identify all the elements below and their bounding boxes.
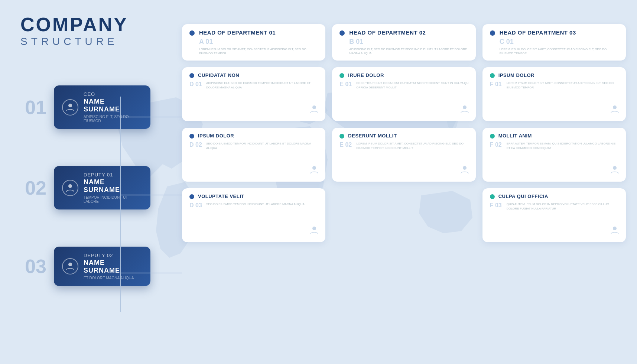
sub-card-text-f03: QUIS AUTEM IPSUM DOLOR IN REPRO VOLUPTAT… xyxy=(507,202,620,237)
deputy01-role: Deputy 01 xyxy=(84,172,142,178)
deputy02-name: NAME SURNAME xyxy=(84,259,142,274)
ceo-role: CEO xyxy=(84,91,142,97)
sub-card-code-d02: D 02 xyxy=(189,142,202,176)
ceo-name: NAME SURNAME xyxy=(84,98,142,113)
sub-card-d01: CUPIDATAT NON D 01 ADIPISCING ELT, SEO D… xyxy=(182,67,325,121)
dept-header-content-03: Head of Department 03 C 01 LOREM IPSUM D… xyxy=(500,29,620,55)
svg-point-13 xyxy=(613,166,617,170)
svg-point-11 xyxy=(312,166,316,170)
dept-header-card-01: Head of Department 01 A 01 LOREM IPSUM D… xyxy=(182,24,325,61)
sub-cards-row-2: IPSUM DOLOR D 02 SEO DO EIUSMOD TEMPOR I… xyxy=(182,128,626,182)
sub-card-body-d03: D 03 SEO DO EIUSMOD TEMPOR INCIDIDUNT UT… xyxy=(189,202,319,237)
dept-header-content-02: Head of Department 02 B 01 ADIPISCING EL… xyxy=(349,29,469,55)
person-card-ceo: CEO NAME SURNAME ADIPISCING ELT, SEO DO … xyxy=(54,85,150,129)
sub-card-dot-f03 xyxy=(490,194,495,199)
sub-card-code-e02: E 02 xyxy=(339,142,352,176)
dept-header-text-03: LOREM IPSUM DOLOR SIT AMET, CONSECTETUR … xyxy=(500,47,620,55)
sub-card-dot-e01 xyxy=(339,73,344,78)
sub-card-f03-header: CULPA QUI OFFICIA xyxy=(490,194,620,199)
title-company: COMPANY xyxy=(20,15,128,34)
sub-card-text-f02: ERPA AUTEM TEMPOR SEMAM, QUIS EXERCITATI… xyxy=(507,142,620,176)
right-section: Head of Department 01 A 01 LOREM IPSUM D… xyxy=(182,24,626,249)
sub-card-title-e02: DESERUNT MOLLIT xyxy=(348,133,397,139)
ceo-info: CEO NAME SURNAME ADIPISCING ELT, SEO DO … xyxy=(84,91,142,123)
sub-card-code-d01: D 01 xyxy=(189,81,202,116)
sub-card-f03: CULPA QUI OFFICIA F 03 QUIS AUTEM IPSUM … xyxy=(482,188,626,242)
deputy02-avatar xyxy=(62,258,78,274)
sub-card-code-f02: F 02 xyxy=(490,142,503,176)
sub-card-text-f01: LOREM IPSUM DOLOR SIT AMET, CONSECTETUR … xyxy=(507,81,620,116)
person-card-deputy01: Deputy 01 NAME SURNAME TEMPOR INCIDIDUNT… xyxy=(54,166,150,209)
sub-card-e02: DESERUNT MOLLIT E 02 LOREM IPSUM DOLOR S… xyxy=(332,128,475,182)
svg-point-6 xyxy=(68,184,72,188)
sub-card-d02-header: IPSUM DOLOR xyxy=(189,133,319,139)
sub-card-avatar-e01 xyxy=(459,104,470,117)
sub-card-body-f01: F 01 LOREM IPSUM DOLOR SIT AMET, CONSECT… xyxy=(490,81,620,116)
svg-point-8 xyxy=(312,105,316,109)
dept-dot-02 xyxy=(339,30,345,36)
sub-card-e01: IRURE DOLOR E 01 DECEPTEUR SINT OCCAECAT… xyxy=(332,67,475,121)
sub-card-e03-empty xyxy=(332,188,475,242)
sub-card-avatar-e02 xyxy=(459,165,470,177)
deputy02-role: Deputy 02 xyxy=(84,253,142,258)
sub-card-body-f03: F 03 QUIS AUTEM IPSUM DOLOR IN REPRO VOL… xyxy=(490,202,620,237)
sub-card-d03: VOLUPTATE VELIT D 03 SEO DO EIUSMOD TEMP… xyxy=(182,188,325,242)
sub-card-title-f02: MOLLIT ANIM xyxy=(498,133,532,139)
level-block-03: 03 Deputy 02 NAME SURNAME ET DOLORE MAGN… xyxy=(20,247,150,286)
sub-card-body-d02: D 02 SEO DO EIUSMOD TEMPOR INCIDIDUNT UT… xyxy=(189,142,319,176)
sub-card-e02-header: DESERUNT MOLLIT xyxy=(339,133,469,139)
sub-card-d02: IPSUM DOLOR D 02 SEO DO EIUSMOD TEMPOR I… xyxy=(182,128,325,182)
sub-card-f02: MOLLIT ANIM F 02 ERPA AUTEM TEMPOR SEMAM… xyxy=(482,128,626,182)
sub-card-dot-d01 xyxy=(189,73,194,78)
deputy02-info: Deputy 02 NAME SURNAME ET DOLORE MAGNA A… xyxy=(84,253,142,280)
sub-card-dot-f02 xyxy=(490,134,495,139)
dept-header-content-01: Head of Department 01 A 01 LOREM IPSUM D… xyxy=(199,29,319,55)
deputy01-sub: TEMPOR INCIDIDUNT UT LABORE xyxy=(84,195,142,204)
deputy02-sub: ET DOLORE MAGNA ALIQUA xyxy=(84,276,142,280)
deputy01-name: NAME SURNAME xyxy=(84,178,142,194)
sub-card-dot-d03 xyxy=(189,194,194,199)
dept-header-title-02: Head of Department 02 xyxy=(349,29,469,36)
sub-card-d01-header: CUPIDATAT NON xyxy=(189,72,319,78)
deputy01-avatar xyxy=(62,180,78,196)
sub-card-title-d01: CUPIDATAT NON xyxy=(198,72,239,78)
level-number-02: 02 xyxy=(20,178,46,198)
sub-card-d03-header: VOLUPTATE VELIT xyxy=(189,194,319,199)
dept-header-code-03: C 01 xyxy=(500,38,620,46)
svg-point-9 xyxy=(463,105,467,109)
sub-cards-row-3: VOLUPTATE VELIT D 03 SEO DO EIUSMOD TEMP… xyxy=(182,188,626,242)
sub-card-avatar-f03 xyxy=(610,225,620,238)
svg-point-14 xyxy=(312,227,316,230)
sub-card-title-d02: IPSUM DOLOR xyxy=(198,133,234,139)
level-block-02: 02 Deputy 01 NAME SURNAME TEMPOR INCIDID… xyxy=(20,166,150,209)
sub-card-code-e01: E 01 xyxy=(339,81,352,116)
sub-card-body-f02: F 02 ERPA AUTEM TEMPOR SEMAM, QUIS EXERC… xyxy=(490,142,620,176)
level-number-01: 01 xyxy=(20,98,46,117)
svg-point-15 xyxy=(613,227,617,230)
dept-headers-row: Head of Department 01 A 01 LOREM IPSUM D… xyxy=(182,24,626,61)
dept-header-title-01: Head of Department 01 xyxy=(199,29,319,36)
dept-header-card-03: Head of Department 03 C 01 LOREM IPSUM D… xyxy=(482,24,626,61)
sub-card-avatar-f02 xyxy=(610,165,620,177)
svg-point-7 xyxy=(68,263,72,266)
dept-header-code-02: B 01 xyxy=(349,38,469,46)
sub-card-text-d02: SEO DO EIUSMOD TEMPOR INCIDIDUNT UT LABO… xyxy=(206,142,319,176)
sub-card-body-e01: E 01 DECEPTEUR SINT OCCAECAT CUPIDATAT N… xyxy=(339,81,469,116)
sub-card-code-f01: F 01 xyxy=(490,81,503,116)
sub-card-avatar-d02 xyxy=(309,165,319,177)
svg-point-10 xyxy=(613,105,617,109)
sub-card-avatar-d01 xyxy=(309,104,319,117)
sub-card-code-d03: D 03 xyxy=(189,202,202,237)
main-container: COMPANY STRUCTURE 01 CEO NAME SURNAME AD… xyxy=(0,0,637,364)
sub-card-text-e02: LOREM IPSUM DOLOR SIT AMET, CONSECTETUR … xyxy=(356,142,469,176)
ceo-avatar xyxy=(62,99,78,116)
dept-header-text-01: LOREM IPSUM DOLOR SIT AMET, CONSECTETUR … xyxy=(199,47,319,55)
sub-card-dot-f01 xyxy=(490,73,495,78)
sub-card-avatar-d03 xyxy=(309,225,319,238)
dept-header-card-02: Head of Department 02 B 01 ADIPISCING EL… xyxy=(332,24,475,61)
svg-point-12 xyxy=(463,166,467,170)
sub-card-body-d01: D 01 ADIPISCING ELT, SEO DO EIUSMOD TEMP… xyxy=(189,81,319,116)
hierarchy-column: 01 CEO NAME SURNAME ADIPISCING ELT, SEO … xyxy=(20,85,150,293)
title-block: COMPANY STRUCTURE xyxy=(20,15,128,48)
sub-card-e01-header: IRURE DOLOR xyxy=(339,72,469,78)
